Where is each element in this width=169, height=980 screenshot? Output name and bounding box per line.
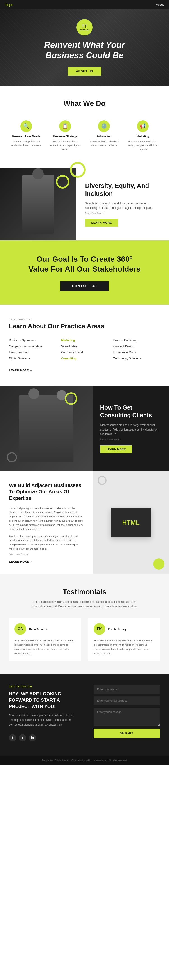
dei-person-figure	[22, 175, 54, 234]
practice-item-marketing: Marketing	[61, 337, 108, 343]
hero-headline-l1: Reinvent What Your	[44, 40, 125, 50]
contact-label: GET IN TOUCH	[9, 685, 76, 688]
dei-headline: Diversity, Equity, And Inclusion	[85, 182, 160, 197]
contact-section: GET IN TOUCH HEY! WE ARE LOOKING FORWARD…	[0, 675, 169, 756]
testimonials-section: Testimonials Ut enim ad minim veniam, qu…	[0, 574, 169, 675]
adjacent-source: Image from Freepik	[9, 553, 84, 555]
service-automation-icon: ⚙️	[98, 120, 110, 132]
about-link[interactable]: About	[156, 3, 164, 6]
practice-headline: Learn About Our Practice Areas	[9, 323, 160, 330]
hero-cta-button[interactable]: ABOUT US	[68, 67, 101, 76]
consulting-learn-more-button[interactable]: LEARN MORE	[100, 445, 132, 453]
service-research-desc: Discover pain points and understand user…	[11, 140, 42, 147]
contact-submit-button[interactable]: SUBMIT	[93, 729, 160, 738]
avatar-0: CA	[14, 623, 26, 635]
practice-item-digital: Digital Solutions	[9, 355, 56, 361]
value-line2: Value For All Our Stakeholders	[28, 264, 141, 273]
service-research-title: Research User Needs	[11, 135, 42, 138]
practice-item-corp-travel: Corporate Travel	[61, 349, 108, 355]
consulting-source: Image from Freepik	[100, 438, 162, 441]
consulting-section: How To Get Consulting Clients Nibh venen…	[0, 386, 169, 471]
value-section: Our Goal Is To Create 360° Value For All…	[0, 240, 169, 305]
adjacent-learn-more-button[interactable]: LEARN MORE →	[9, 560, 32, 563]
dei-source: Image from Freepik	[85, 212, 160, 215]
consulting-people-bg	[19, 395, 73, 462]
adjacent-image-panel: HTML	[93, 471, 169, 574]
practice-item-sketching: Idea Sketching	[9, 349, 56, 355]
dei-learn-more-button[interactable]: LEARN MORE	[85, 219, 118, 227]
avatar-1: FK	[93, 623, 105, 635]
adjacent-outline-circle	[98, 476, 107, 485]
service-strategy-title: Business Strategy	[50, 135, 81, 138]
footer: Sample text. This is filler text. Click …	[0, 756, 169, 765]
what-we-do-section: What We Do 🔍 Research User Needs Discove…	[0, 86, 169, 168]
practice-label: OUR SERVICES	[9, 318, 160, 321]
testimonial-text-1: Proin sed libero enim sed faucibus turpi…	[93, 638, 155, 655]
adjacent-headline: We Build Adjacent Businesses To Optimize…	[9, 482, 84, 502]
practice-item-biz-ops: Business Operations	[9, 337, 56, 343]
service-strategy-icon: 📋	[59, 120, 71, 132]
service-automation-title: Automation	[88, 135, 119, 138]
service-automation: ⚙️ Automation Launch an MVP with a best …	[87, 117, 121, 154]
consulting-image-panel	[0, 386, 93, 471]
practice-col1: Business Operations Company Transformati…	[9, 337, 56, 361]
practice-section: OUR SERVICES Learn About Our Practice Ar…	[0, 305, 169, 386]
adjacent-body1: Elit sed adipiscing in sit amet mauris. …	[9, 506, 84, 531]
avatar-0-initials: CA	[17, 627, 23, 631]
hero-headline-l2: Business Could Be	[46, 51, 123, 60]
contact-form-panel: SUBMIT	[85, 675, 169, 756]
dei-image-panel	[0, 168, 76, 240]
badge-subtext: COMPANY	[80, 29, 89, 31]
logo: logo	[5, 3, 13, 6]
testimonial-card-1: FK Frank Kinney Proin sed libero enim se…	[88, 618, 160, 661]
dei-content-panel: Diversity, Equity, And Inclusion Sample …	[76, 168, 169, 240]
social-twitter-icon[interactable]: t	[19, 734, 26, 741]
contact-us-button[interactable]: CONTACT US	[60, 281, 109, 291]
practice-item-concept: Concept Design	[113, 343, 160, 349]
avatar-1-initials: FK	[97, 627, 102, 631]
laptop-mockup: HTML	[111, 508, 151, 537]
service-marketing: 📢 Marketing Become a category leader usi…	[126, 117, 160, 154]
consulting-body: Nibh venenatis cras sed felis eget velit…	[100, 423, 162, 437]
hero-section: TT COMPANY Reinvent What Your Business C…	[0, 0, 169, 86]
practice-col2: Marketing Value Matrix Corporate Travel …	[61, 337, 108, 361]
social-linkedin-icon[interactable]: in	[29, 734, 36, 741]
service-marketing-icon: 📢	[137, 120, 149, 132]
practice-item-value-matrix: Value Matrix	[61, 343, 108, 349]
practice-item-transform: Company Transformation	[9, 343, 56, 349]
social-icons-row: f t in	[9, 734, 76, 741]
practice-col3: Product Bootcamp Concept Design Experien…	[113, 337, 160, 361]
contact-email-input[interactable]	[93, 697, 160, 705]
consulting-green-circle	[65, 392, 77, 405]
social-facebook-icon[interactable]: f	[9, 734, 16, 741]
adjacent-content-panel: We Build Adjacent Businesses To Optimize…	[0, 471, 93, 574]
testimonials-grid: CA Celia Almeda Proin sed libero enim se…	[9, 618, 160, 661]
practice-learn-more-button[interactable]: LEARN MORE →	[9, 369, 32, 372]
service-automation-desc: Launch an MVP with a best in class user …	[88, 140, 119, 147]
dei-top-circle	[70, 162, 85, 178]
value-line1: Our Goal Is To Create 360°	[36, 255, 133, 263]
testimonial-author-1: FK Frank Kinney	[93, 623, 155, 635]
consulting-content-panel: How To Get Consulting Clients Nibh venen…	[93, 386, 169, 471]
service-research-icon: 🔍	[20, 120, 32, 132]
adjacent-body2: Amet volutpat consequat mauris nunc cong…	[9, 534, 84, 551]
services-grid: 🔍 Research User Needs Discover pain poin…	[9, 117, 160, 154]
practice-item-consulting: Consulting	[61, 355, 108, 361]
adjacent-section: We Build Adjacent Businesses To Optimize…	[0, 471, 169, 574]
contact-name-input[interactable]	[93, 685, 160, 694]
testimonials-headline: Testimonials	[9, 588, 160, 596]
testimonials-intro: Ut enim ad minim veniam, quis nostrud ex…	[28, 600, 141, 609]
contact-headline: HEY! WE ARE LOOKING FORWARD TO START A P…	[9, 690, 76, 710]
dei-body: Sample text. Lorem ipsum dolor sit amet,…	[85, 201, 160, 210]
hero-badge: TT COMPANY	[76, 19, 93, 35]
consulting-headline: How To Get Consulting Clients	[100, 404, 162, 419]
consulting-white-circle	[7, 452, 17, 462]
value-headline: Our Goal Is To Create 360° Value For All…	[9, 254, 160, 274]
dei-section: Diversity, Equity, And Inclusion Sample …	[0, 168, 169, 240]
service-marketing-desc: Become a category leader using designers…	[128, 140, 158, 151]
what-we-do-title: What We Do	[9, 99, 160, 108]
adjacent-green-circle	[153, 558, 164, 570]
testimonial-author-0: CA Celia Almeda	[14, 623, 76, 635]
contact-message-input[interactable]	[93, 708, 160, 726]
navbar: logo About	[0, 0, 169, 9]
